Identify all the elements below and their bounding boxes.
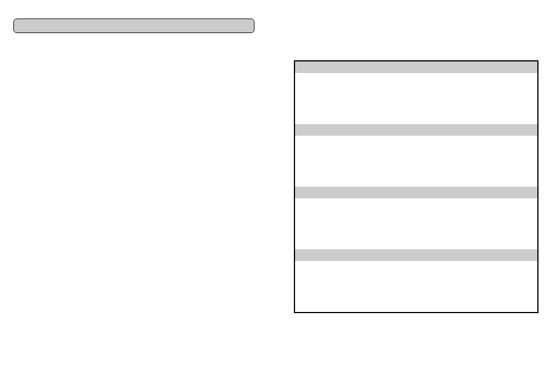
top-button[interactable] bbox=[13, 19, 254, 33]
table-row-separator bbox=[295, 187, 537, 198]
table-row bbox=[295, 261, 537, 312]
table-row-separator bbox=[295, 124, 537, 136]
table-row bbox=[295, 198, 537, 249]
data-table bbox=[294, 60, 539, 313]
table-row bbox=[295, 136, 537, 187]
table-row bbox=[295, 73, 537, 124]
table-row-separator bbox=[295, 249, 537, 261]
table-header bbox=[295, 61, 537, 73]
